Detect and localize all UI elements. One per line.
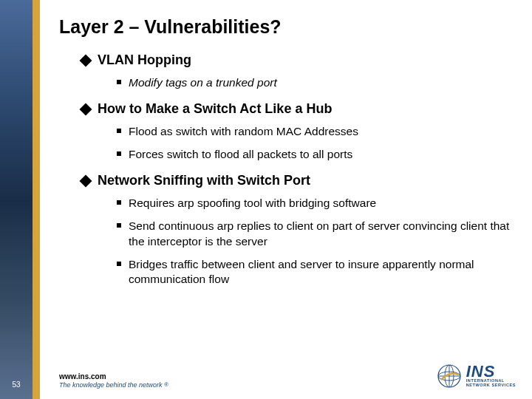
sub-bullet-item: Forces switch to flood all packets to al… <box>117 147 517 163</box>
sub-bullet-list: Flood as switch with random MAC Addresse… <box>98 124 517 163</box>
logo-sub-bottom: NETWORK SERVICES <box>466 383 516 387</box>
sub-bullet-list: Requires arp spoofing tool with bridging… <box>98 196 517 288</box>
logo-main: INS <box>466 365 516 378</box>
footer-url: www.ins.com <box>59 372 168 381</box>
page-number: 53 <box>0 381 33 389</box>
sub-bullet-item: Bridges traffic between client and serve… <box>117 257 517 288</box>
bullet-item: Network Sniffing with Switch Port Requir… <box>81 173 517 288</box>
bullet-label: Network Sniffing with Switch Port <box>98 173 310 188</box>
bullet-list: VLAN Hopping Modify tags on a trunked po… <box>59 52 517 287</box>
footer-tagline-text: The knowledge behind the network <box>59 381 164 389</box>
sub-bullet-item: Modify tags on a trunked port <box>117 75 517 91</box>
footer-tagline: The knowledge behind the network ® <box>59 381 168 389</box>
globe-icon <box>437 364 462 389</box>
sidebar-graphic <box>0 0 33 399</box>
logo: INS INTERNATIONAL NETWORK SERVICES <box>437 364 516 389</box>
sub-bullet-item: Flood as switch with random MAC Addresse… <box>117 124 517 140</box>
sub-bullet-item: Requires arp spoofing tool with bridging… <box>117 196 517 211</box>
sub-bullet-list: Modify tags on a trunked port <box>98 75 517 91</box>
registered-mark: ® <box>164 381 168 388</box>
gold-stripe <box>33 0 40 399</box>
content-area: Layer 2 – Vulnerabilities? VLAN Hopping … <box>59 16 517 287</box>
footer: www.ins.com The knowledge behind the net… <box>59 372 168 389</box>
bullet-item: VLAN Hopping Modify tags on a trunked po… <box>81 52 517 91</box>
bullet-label: How to Make a Switch Act Like a Hub <box>98 101 332 116</box>
bullet-label: VLAN Hopping <box>98 52 191 67</box>
logo-text: INS INTERNATIONAL NETWORK SERVICES <box>466 365 516 387</box>
sub-bullet-item: Send continuous arp replies to client on… <box>117 219 517 250</box>
bullet-item: How to Make a Switch Act Like a Hub Floo… <box>81 101 517 163</box>
slide-title: Layer 2 – Vulnerabilities? <box>59 16 517 38</box>
